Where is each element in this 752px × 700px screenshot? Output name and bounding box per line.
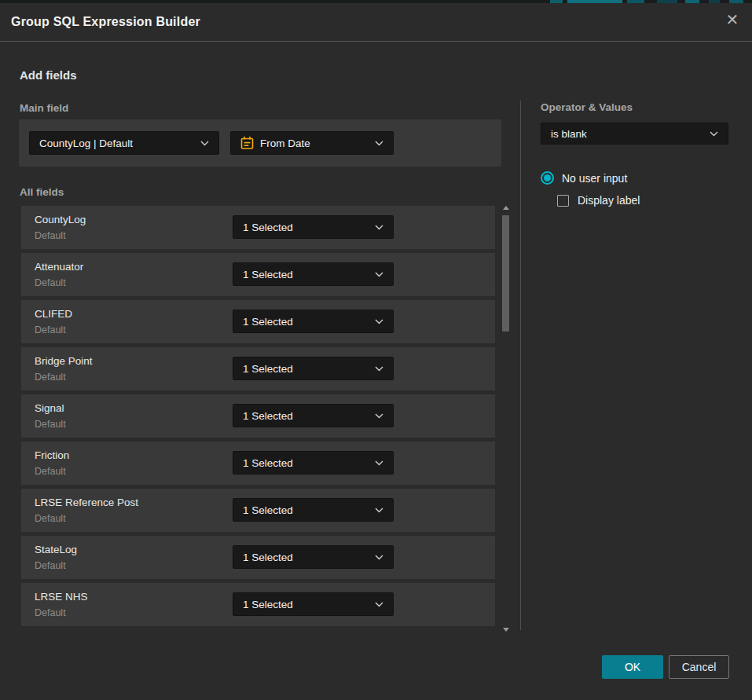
chevron-down-icon bbox=[375, 272, 383, 277]
ok-button[interactable]: OK bbox=[602, 655, 663, 679]
all-fields-list: CountyLog Default 1 Selected Attenuator … bbox=[21, 206, 495, 630]
chevron-down-icon bbox=[375, 319, 383, 324]
chevron-down-icon bbox=[375, 225, 383, 230]
calendar-icon bbox=[240, 136, 254, 150]
field-sublabel: Default bbox=[35, 372, 66, 383]
field-list-item: StateLog Default 1 Selected bbox=[21, 536, 495, 579]
field-selected-dropdown[interactable]: 1 Selected bbox=[233, 592, 394, 616]
field-sublabel: Default bbox=[35, 513, 66, 524]
field-selected-dropdown[interactable]: 1 Selected bbox=[233, 310, 394, 333]
chevron-down-icon bbox=[375, 413, 383, 419]
checkbox-icon[interactable] bbox=[557, 195, 569, 207]
field-sublabel: Default bbox=[35, 419, 66, 430]
scrollbar-thumb[interactable] bbox=[502, 215, 509, 332]
field-selected-value: 1 Selected bbox=[243, 552, 369, 563]
field-list-item: CLIFED Default 1 Selected bbox=[21, 300, 495, 343]
field-list-item: Friction Default 1 Selected bbox=[21, 442, 495, 485]
field-selected-dropdown[interactable]: 1 Selected bbox=[233, 357, 394, 380]
chevron-down-icon bbox=[375, 508, 383, 513]
field-selected-value: 1 Selected bbox=[243, 222, 369, 233]
field-selected-dropdown[interactable]: 1 Selected bbox=[233, 262, 394, 286]
field-sublabel: Default bbox=[35, 324, 66, 335]
cancel-button[interactable]: Cancel bbox=[669, 655, 729, 679]
radio-icon[interactable] bbox=[541, 171, 554, 185]
field-list-item: Bridge Point Default 1 Selected bbox=[21, 347, 495, 390]
main-field-field-select[interactable]: From Date bbox=[230, 131, 394, 155]
field-name: LRSE Reference Post bbox=[35, 497, 138, 508]
field-list-item: Signal Default 1 Selected bbox=[21, 394, 495, 438]
field-selected-value: 1 Selected bbox=[243, 316, 369, 328]
field-list-scrollbar[interactable] bbox=[501, 201, 511, 635]
field-name: Friction bbox=[35, 449, 69, 461]
chevron-down-icon bbox=[375, 366, 383, 372]
field-selected-dropdown[interactable]: 1 Selected bbox=[233, 498, 394, 522]
operator-values-heading: Operator & Values bbox=[541, 101, 633, 113]
display-label-option[interactable]: Display label bbox=[557, 194, 640, 207]
no-user-input-label: No user input bbox=[562, 172, 627, 185]
chevron-down-icon bbox=[375, 460, 383, 466]
no-user-input-option[interactable]: No user input bbox=[541, 171, 627, 185]
main-field-box: CountyLog | Default From Date bbox=[19, 119, 501, 167]
all-fields-label: All fields bbox=[20, 186, 64, 198]
scroll-up-icon[interactable] bbox=[503, 206, 509, 210]
field-list-item: Attenuator Default 1 Selected bbox=[21, 253, 495, 296]
close-icon[interactable]: ✕ bbox=[722, 9, 743, 30]
field-selected-value: 1 Selected bbox=[243, 269, 369, 280]
chevron-down-icon bbox=[710, 131, 718, 137]
field-name: Signal bbox=[35, 402, 64, 414]
field-name: StateLog bbox=[35, 544, 77, 555]
main-field-layer-select[interactable]: CountyLog | Default bbox=[29, 131, 219, 155]
display-label-label: Display label bbox=[578, 194, 640, 207]
scroll-down-icon[interactable] bbox=[503, 628, 509, 632]
main-field-layer-value: CountyLog | Default bbox=[39, 137, 194, 149]
dialog-titlebar: Group SQL Expression Builder bbox=[0, 3, 752, 42]
chevron-down-icon bbox=[375, 602, 383, 607]
add-fields-heading: Add fields bbox=[20, 68, 77, 82]
field-selected-value: 1 Selected bbox=[243, 410, 369, 422]
panel-divider bbox=[520, 101, 521, 630]
chevron-down-icon bbox=[200, 141, 209, 146]
main-field-field-value: From Date bbox=[260, 137, 369, 149]
field-selected-value: 1 Selected bbox=[243, 363, 369, 375]
field-sublabel: Default bbox=[35, 230, 66, 241]
field-name: Bridge Point bbox=[35, 355, 93, 367]
field-name: Attenuator bbox=[35, 261, 83, 273]
operator-select[interactable]: is blank bbox=[541, 123, 728, 145]
dialog-title: Group SQL Expression Builder bbox=[11, 15, 200, 29]
field-name: CountyLog bbox=[35, 214, 86, 225]
field-sublabel: Default bbox=[35, 277, 66, 288]
field-selected-value: 1 Selected bbox=[243, 599, 369, 610]
field-selected-dropdown[interactable]: 1 Selected bbox=[233, 215, 394, 239]
operator-value: is blank bbox=[551, 128, 703, 140]
field-name: CLIFED bbox=[35, 308, 72, 320]
field-selected-dropdown[interactable]: 1 Selected bbox=[233, 545, 394, 569]
field-selected-dropdown[interactable]: 1 Selected bbox=[233, 404, 394, 427]
chevron-down-icon bbox=[375, 555, 383, 560]
field-list-item: LRSE NHS Default 1 Selected bbox=[21, 583, 495, 626]
field-sublabel: Default bbox=[35, 607, 66, 618]
field-selected-value: 1 Selected bbox=[243, 504, 369, 516]
main-field-label: Main field bbox=[20, 102, 68, 114]
field-list-item: LRSE Reference Post Default 1 Selected bbox=[21, 489, 495, 532]
field-sublabel: Default bbox=[35, 560, 66, 571]
field-list-item: CountyLog Default 1 Selected bbox=[21, 206, 495, 249]
field-sublabel: Default bbox=[35, 466, 66, 477]
field-selected-dropdown[interactable]: 1 Selected bbox=[233, 451, 394, 475]
field-selected-value: 1 Selected bbox=[243, 457, 369, 469]
chevron-down-icon bbox=[375, 141, 383, 146]
field-name: LRSE NHS bbox=[35, 591, 88, 603]
